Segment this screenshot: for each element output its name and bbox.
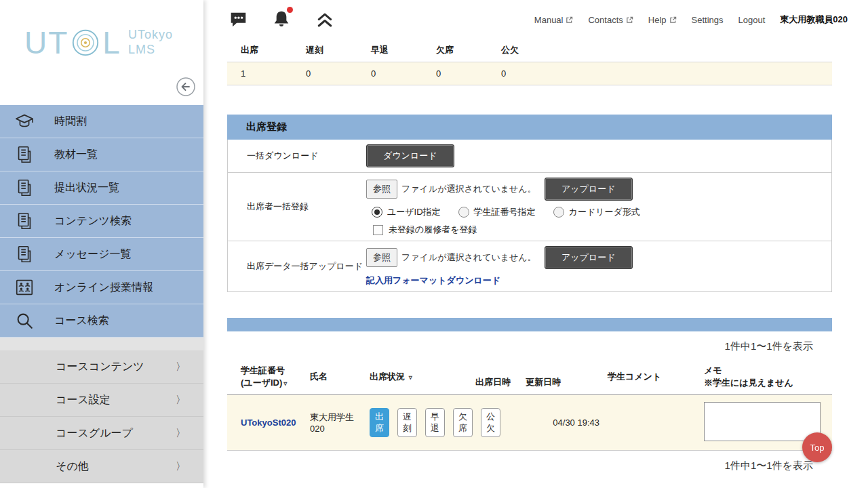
status-char: 欠 — [486, 423, 495, 434]
sidebar-course-menu: コースコンテンツ 〉 コース設定 〉 コースグループ 〉 その他 〉 — [0, 350, 203, 483]
sidebar-item-online-class-info[interactable]: オンライン授業情報 — [0, 271, 203, 304]
status-char: 出 — [375, 411, 384, 423]
sidebar-item-course-group[interactable]: コースグループ 〉 — [0, 417, 203, 450]
status-button-group: 出 席 遅 刻 早 退 — [370, 408, 467, 437]
summary-value: 0 — [357, 62, 422, 85]
summary-value: 0 — [488, 62, 553, 85]
help-link[interactable]: Help — [648, 15, 677, 25]
chevron-right-icon: 〉 — [176, 460, 186, 473]
column-header-comment: 学生コメント — [604, 359, 700, 395]
header-line-text: 出席状況 — [370, 371, 405, 382]
collapse-header-button[interactable] — [314, 9, 336, 30]
chevron-right-icon: 〉 — [176, 361, 186, 373]
status-button-absent[interactable]: 欠 席 — [453, 408, 473, 437]
contacts-link-label: Contacts — [588, 15, 623, 25]
checkbox-label: 未登録の履修者を登録 — [389, 224, 477, 236]
status-char: 公 — [486, 411, 495, 423]
students-section: 1件中1〜1件を表示 学生証番号 (ユーザID)▿ — [227, 318, 832, 479]
status-char: 退 — [431, 423, 439, 434]
sidebar-item-timetable[interactable]: 時間割 — [0, 105, 203, 138]
radio-button-icon — [458, 207, 469, 218]
radio-label: 学生証番号指定 — [474, 206, 536, 218]
browse-button[interactable]: 参照 — [366, 180, 397, 199]
status-char: 席 — [375, 423, 384, 434]
radio-label: ユーザID指定 — [387, 206, 441, 218]
document-icon — [12, 142, 37, 167]
sidebar-item-label: コースグループ — [56, 426, 133, 441]
upload-button[interactable]: アップロード — [545, 178, 633, 201]
bell-icon — [271, 21, 292, 31]
radio-student-card-number[interactable]: 学生証番号指定 — [458, 206, 536, 218]
sidebar-item-materials[interactable]: 教材一覧 — [0, 138, 203, 171]
sidebar-item-label: 教材一覧 — [54, 148, 98, 162]
student-name-cell: 東大用学生020 — [306, 395, 366, 451]
sort-arrow-icon: ▿ — [283, 380, 287, 387]
status-cell: 出 席 遅 刻 早 退 — [366, 395, 471, 451]
contacts-link[interactable]: Contacts — [588, 15, 633, 25]
scroll-to-top-button[interactable]: Top — [802, 432, 832, 462]
logo-subtitle-line2: LMS — [128, 43, 173, 58]
update-time-cell: 04/30 19:43 — [521, 395, 604, 451]
student-id-link[interactable]: UTokyoSt020 — [241, 418, 296, 428]
sidebar-item-course-contents[interactable]: コースコンテンツ 〉 — [0, 350, 203, 384]
radio-button-icon — [553, 207, 564, 218]
column-header-memo: メモ ※学生には見えません — [700, 359, 832, 395]
logout-link[interactable]: Logout — [738, 15, 766, 25]
status-button-excused[interactable]: 公 欠 — [481, 408, 500, 437]
status-button-present[interactable]: 出 席 — [370, 408, 389, 437]
sidebar-item-submissions[interactable]: 提出状況一覧 — [0, 171, 203, 205]
sidebar-item-messages[interactable]: メッセージ一覧 — [0, 238, 203, 271]
settings-link[interactable]: Settings — [692, 15, 724, 25]
sidebar-item-label: その他 — [56, 460, 89, 474]
external-link-icon — [566, 16, 573, 24]
summary-row: 1 0 0 0 0 — [227, 62, 832, 85]
logo-text-right: L — [102, 27, 121, 58]
page-content: 出席 遅刻 早退 欠席 公欠 1 0 0 0 0 — [203, 39, 868, 488]
external-link-icon — [626, 16, 633, 24]
logo-subtitle: UTokyo LMS — [128, 28, 173, 57]
manual-link-label: Manual — [534, 15, 564, 25]
sidebar-collapse-button[interactable] — [175, 76, 197, 98]
main-area: Manual Contacts Help — [203, 0, 868, 488]
utol-logo: UT L UTokyo LMS — [24, 27, 173, 58]
summary-value: 0 — [292, 62, 357, 85]
column-header-student-id[interactable]: 学生証番号 (ユーザID)▿ — [227, 359, 306, 395]
manual-link[interactable]: Manual — [534, 15, 574, 25]
notifications-button[interactable] — [271, 9, 292, 30]
chevron-right-icon: 〉 — [176, 394, 186, 407]
sidebar-item-content-search[interactable]: コンテンツ検索 — [0, 205, 203, 238]
sidebar-item-course-settings[interactable]: コース設定 〉 — [0, 384, 203, 417]
header-line: 学生証番号 — [241, 365, 302, 377]
header-line: ※学生には見えません — [704, 377, 828, 389]
status-button-late[interactable]: 遅 刻 — [397, 408, 417, 437]
sidebar-item-label: コンテンツ検索 — [54, 214, 132, 228]
students-section-header-bar — [227, 318, 832, 331]
sidebar-item-course-search[interactable]: コース検索 — [0, 304, 203, 338]
student-row: UTokyoSt020 東大用学生020 出 席 — [227, 395, 832, 451]
chat-button[interactable] — [227, 9, 249, 30]
browse-button[interactable]: 参照 — [366, 248, 397, 267]
status-button-early-leave[interactable]: 早 退 — [425, 408, 445, 437]
column-header-name: 氏名 — [306, 359, 366, 395]
column-header-status[interactable]: 出席状況 ▿ — [366, 359, 471, 395]
memo-textarea[interactable] — [704, 402, 821, 441]
summary-header: 公欠 — [488, 39, 553, 62]
logo-subtitle-line1: UTokyo — [128, 28, 173, 43]
download-button[interactable]: ダウンロード — [366, 144, 454, 167]
chat-bubble-icon — [228, 21, 248, 31]
pagination-text-bottom: 1件中1〜1件を表示 — [227, 451, 832, 479]
radio-card-reader[interactable]: カードリーダ形式 — [553, 206, 640, 218]
graduation-cap-icon — [12, 109, 37, 134]
upload-button[interactable]: アップロード — [545, 246, 633, 269]
radio-user-id[interactable]: ユーザID指定 — [372, 206, 441, 218]
format-download-link[interactable]: 記入用フォーマットダウンロード — [366, 274, 500, 287]
sidebar-item-label: コースコンテンツ — [56, 360, 144, 374]
register-unregistered-checkbox[interactable] — [373, 225, 383, 235]
topbar-links: Manual Contacts Help — [534, 14, 848, 26]
no-file-selected-text: ファイルが選択されていません。 — [401, 251, 540, 264]
sort-arrow-icon: ▿ — [409, 373, 412, 381]
summary-value: 0 — [422, 62, 488, 85]
sidebar-item-others[interactable]: その他 〉 — [0, 450, 203, 483]
students-table: 学生証番号 (ユーザID)▿ 氏名 出席状況 ▿ 出席日時 更新日時 — [227, 359, 832, 451]
sidebar-item-label: 時間割 — [54, 115, 87, 129]
